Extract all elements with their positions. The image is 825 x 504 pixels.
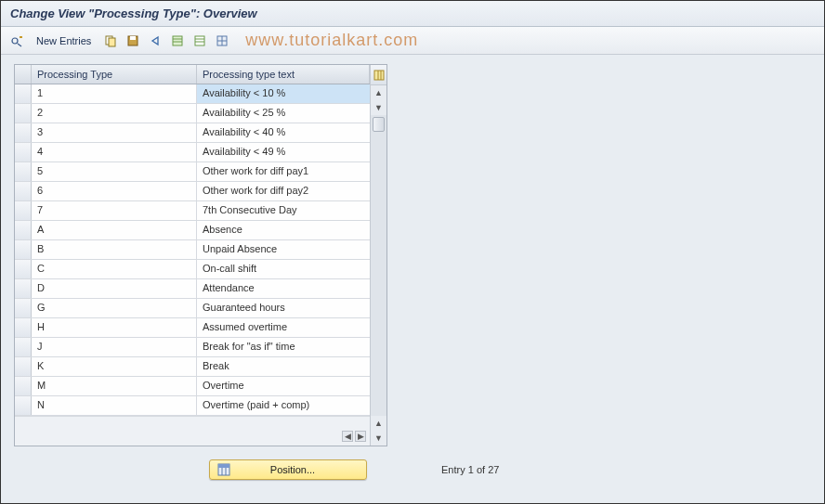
table-row[interactable]: 4Availability < 49 % <box>15 143 370 162</box>
svg-rect-6 <box>130 36 136 40</box>
cell-code[interactable]: C <box>32 260 197 278</box>
cell-text[interactable]: On-call shift <box>197 260 370 278</box>
table-row[interactable]: GGuaranteed hours <box>15 299 370 318</box>
cell-text[interactable]: Break for "as if" time <box>197 338 370 356</box>
svg-line-1 <box>18 44 21 46</box>
cell-code[interactable]: 7 <box>32 201 197 220</box>
cell-text[interactable]: Break <box>197 357 370 376</box>
svg-rect-10 <box>195 36 204 45</box>
row-selector[interactable] <box>15 260 32 278</box>
select-all-icon[interactable] <box>169 32 186 49</box>
row-selector[interactable] <box>15 143 32 162</box>
row-selector[interactable] <box>15 318 32 337</box>
row-selector[interactable] <box>15 396 32 415</box>
column-header-code[interactable]: Processing Type <box>32 65 197 84</box>
table-settings-icon[interactable] <box>214 32 230 49</box>
table-row[interactable]: 6Other work for diff pay2 <box>15 182 370 201</box>
table-row[interactable]: HAssumed overtime <box>15 318 370 338</box>
save-icon[interactable] <box>124 32 141 49</box>
scroll-thumb[interactable] <box>373 117 385 132</box>
table-row[interactable]: 77th Consecutive Day <box>15 201 370 221</box>
row-selector[interactable] <box>15 357 32 376</box>
table-row[interactable]: KBreak <box>15 357 370 377</box>
row-selector[interactable] <box>15 221 32 239</box>
row-selector[interactable] <box>15 338 32 356</box>
row-selector[interactable] <box>15 377 32 395</box>
row-selector[interactable] <box>15 104 32 123</box>
window-title: Change View "Processing Type": Overview <box>1 1 824 27</box>
table-row[interactable]: 5Other work for diff pay1 <box>15 162 370 182</box>
row-selector[interactable] <box>15 84 32 103</box>
cell-text[interactable]: Availability < 40 % <box>197 123 370 142</box>
cell-code[interactable]: 4 <box>32 143 197 162</box>
table-row[interactable]: NOvertime (paid + comp) <box>15 396 370 416</box>
row-selector[interactable] <box>15 123 32 142</box>
undo-icon[interactable] <box>147 32 164 49</box>
cell-code[interactable]: 2 <box>32 104 197 123</box>
deselect-all-icon[interactable] <box>191 32 208 49</box>
row-selector[interactable] <box>15 182 32 200</box>
cell-text[interactable]: Availability < 49 % <box>197 143 370 162</box>
cell-code[interactable]: B <box>32 240 197 259</box>
cell-text[interactable]: Unpaid Absence <box>197 240 370 259</box>
cell-text[interactable]: Absence <box>197 221 370 239</box>
cell-code[interactable]: 1 <box>32 84 197 103</box>
table-row[interactable]: 1Availability < 10 % <box>15 84 370 104</box>
column-header-text[interactable]: Processing type text <box>197 65 370 84</box>
svg-rect-16 <box>374 71 384 80</box>
row-selector[interactable] <box>15 279 32 298</box>
row-selector[interactable] <box>15 201 32 220</box>
cell-code[interactable]: 5 <box>32 162 197 181</box>
scroll-track[interactable] <box>371 115 386 416</box>
scroll-down-icon[interactable]: ▼ <box>371 100 386 115</box>
copy-icon[interactable] <box>102 32 119 49</box>
row-selector[interactable] <box>15 240 32 259</box>
cell-text[interactable]: Availability < 10 % <box>197 84 370 103</box>
cell-text[interactable]: Other work for diff pay2 <box>197 182 370 200</box>
cell-code[interactable]: N <box>32 396 197 415</box>
toggle-view-icon[interactable] <box>8 32 25 49</box>
scroll-up-icon[interactable]: ▲ <box>371 85 386 100</box>
new-entries-button[interactable]: New Entries <box>31 33 97 48</box>
position-label: Position... <box>238 464 347 475</box>
cell-text[interactable]: Overtime (paid + comp) <box>197 396 370 415</box>
svg-point-0 <box>12 38 18 44</box>
table-row[interactable]: AAbsence <box>15 221 370 240</box>
cell-text[interactable]: Attendance <box>197 279 370 298</box>
cell-text[interactable]: Overtime <box>197 377 370 395</box>
watermark-text: www.tutorialkart.com <box>245 31 418 50</box>
cell-code[interactable]: H <box>32 318 197 337</box>
table-row[interactable]: MOvertime <box>15 377 370 396</box>
scroll-down-bottom-icon[interactable]: ▼ <box>371 431 386 446</box>
cell-code[interactable]: 6 <box>32 182 197 200</box>
cell-text[interactable]: Assumed overtime <box>197 318 370 337</box>
cell-text[interactable]: Guaranteed hours <box>197 299 370 317</box>
configure-columns-icon[interactable] <box>371 65 386 85</box>
cell-code[interactable]: 3 <box>32 123 197 142</box>
scroll-right-icon[interactable]: ▶ <box>355 431 366 442</box>
table-filler: ◀ ▶ <box>15 416 370 446</box>
cell-code[interactable]: K <box>32 357 197 376</box>
table-row[interactable]: BUnpaid Absence <box>15 240 370 260</box>
cell-code[interactable]: J <box>32 338 197 356</box>
cell-text[interactable]: Other work for diff pay1 <box>197 162 370 181</box>
cell-text[interactable]: Availability < 25 % <box>197 104 370 123</box>
cell-code[interactable]: D <box>32 279 197 298</box>
cell-code[interactable]: G <box>32 299 197 317</box>
row-selector-header[interactable] <box>15 65 32 84</box>
table-row[interactable]: COn-call shift <box>15 260 370 279</box>
scroll-up-bottom-icon[interactable]: ▲ <box>371 416 386 431</box>
table-row[interactable]: JBreak for "as if" time <box>15 338 370 357</box>
cell-code[interactable]: M <box>32 377 197 395</box>
table-row[interactable]: DAttendance <box>15 279 370 299</box>
vertical-scrollbar[interactable]: ▲ ▼ ▲ ▼ <box>370 65 386 446</box>
row-selector[interactable] <box>15 299 32 317</box>
table-row[interactable]: 3Availability < 40 % <box>15 123 370 143</box>
cell-text[interactable]: 7th Consecutive Day <box>197 201 370 220</box>
scroll-left-icon[interactable]: ◀ <box>342 431 353 442</box>
position-icon <box>217 463 230 476</box>
table-row[interactable]: 2Availability < 25 % <box>15 104 370 123</box>
position-button[interactable]: Position... <box>209 459 367 480</box>
cell-code[interactable]: A <box>32 221 197 239</box>
row-selector[interactable] <box>15 162 32 181</box>
